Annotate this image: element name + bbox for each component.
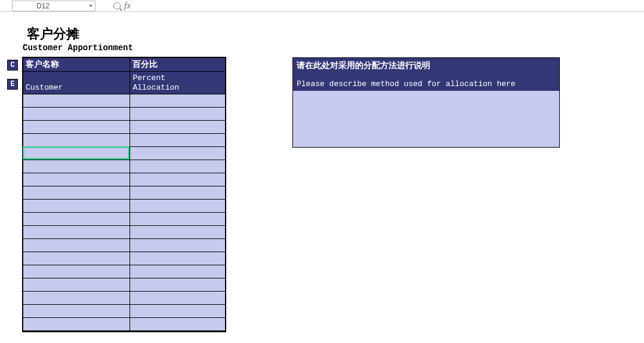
- header-percent-en-line2: Allocation: [133, 83, 223, 93]
- cell-customer[interactable]: [23, 200, 130, 213]
- cell-percent[interactable]: [130, 147, 226, 160]
- cell-customer[interactable]: [23, 121, 130, 134]
- cell-customer[interactable]: [23, 108, 130, 121]
- table-row: [23, 94, 226, 108]
- table-row: [23, 108, 226, 121]
- worksheet[interactable]: 客户分摊 Customer Apportionment C E 客户名称 百分比…: [0, 12, 644, 23]
- formula-bar: D12 fx: [0, 0, 644, 12]
- table-row: [23, 226, 226, 239]
- cell-percent[interactable]: [130, 186, 226, 200]
- table-row: [23, 239, 226, 252]
- description-header-en: Please describe method used for allocati…: [297, 79, 556, 88]
- description-body[interactable]: [293, 91, 559, 147]
- cell-percent[interactable]: [130, 134, 226, 147]
- header-percent-en-line1: Percent: [133, 74, 223, 83]
- cell-customer[interactable]: [23, 173, 130, 186]
- description-header-cn: 请在此处对采用的分配方法进行说明: [297, 60, 556, 71]
- cell-percent[interactable]: [130, 305, 226, 318]
- header-percent-en[interactable]: Percent Allocation: [130, 72, 226, 94]
- fx-icon[interactable]: fx: [124, 1, 131, 11]
- cell-customer[interactable]: [23, 213, 130, 226]
- table-row: [23, 186, 226, 200]
- cell-customer[interactable]: [23, 226, 130, 239]
- page-title-en: Customer Apportionment: [23, 43, 133, 53]
- apportionment-table: 客户名称 百分比 Customer Percent Allocation: [23, 57, 226, 332]
- row-tag-e: E: [7, 79, 18, 90]
- table-row: [23, 292, 226, 305]
- cell-reference-value: D12: [36, 2, 50, 10]
- cell-percent[interactable]: [130, 173, 226, 186]
- cell-percent[interactable]: [130, 278, 226, 292]
- cell-percent[interactable]: [130, 226, 226, 239]
- cell-percent[interactable]: [130, 121, 226, 134]
- cell-customer[interactable]: [23, 305, 130, 318]
- cell-customer[interactable]: [23, 160, 130, 173]
- cell-customer[interactable]: [23, 265, 130, 278]
- table-row: [23, 121, 226, 134]
- cell-percent[interactable]: [130, 160, 226, 173]
- table-row: [23, 252, 226, 265]
- table-row: [23, 305, 226, 318]
- chevron-down-icon[interactable]: [89, 5, 93, 7]
- table-row: [23, 173, 226, 186]
- cell-percent[interactable]: [130, 265, 226, 278]
- header-percent-cn[interactable]: 百分比: [130, 58, 226, 72]
- cell-customer[interactable]: [23, 94, 130, 108]
- header-customer-cn[interactable]: 客户名称: [23, 58, 130, 72]
- cell-customer[interactable]: [23, 318, 130, 331]
- cell-customer[interactable]: [23, 252, 130, 265]
- table-row: [23, 200, 226, 213]
- cell-percent[interactable]: [130, 292, 226, 305]
- cell-percent[interactable]: [130, 200, 226, 213]
- table-row: [23, 278, 226, 292]
- cell-percent[interactable]: [130, 239, 226, 252]
- cell-customer[interactable]: [23, 186, 130, 200]
- cell-customer[interactable]: [23, 278, 130, 292]
- table-row: [23, 265, 226, 278]
- search-icon[interactable]: [113, 2, 121, 10]
- cell-percent[interactable]: [130, 108, 226, 121]
- table-row: [23, 134, 226, 147]
- cell-customer[interactable]: [23, 147, 130, 160]
- formula-area: fx: [113, 1, 131, 11]
- cell-reference-box[interactable]: D12: [12, 1, 95, 11]
- description-header: 请在此处对采用的分配方法进行说明 Please describe method …: [293, 58, 559, 91]
- cell-customer[interactable]: [23, 239, 130, 252]
- row-tag-c: C: [7, 60, 18, 71]
- cell-percent[interactable]: [130, 213, 226, 226]
- header-customer-en[interactable]: Customer: [23, 72, 130, 94]
- table-row: [23, 318, 226, 331]
- cell-percent[interactable]: [130, 94, 226, 108]
- table-row: [23, 160, 226, 173]
- page-title-cn: 客户分摊: [27, 25, 79, 43]
- cell-customer[interactable]: [23, 134, 130, 147]
- table-row: [23, 147, 226, 160]
- table-row: [23, 213, 226, 226]
- description-box: 请在此处对采用的分配方法进行说明 Please describe method …: [292, 57, 560, 148]
- cell-percent[interactable]: [130, 252, 226, 265]
- cell-percent[interactable]: [130, 318, 226, 331]
- cell-customer[interactable]: [23, 292, 130, 305]
